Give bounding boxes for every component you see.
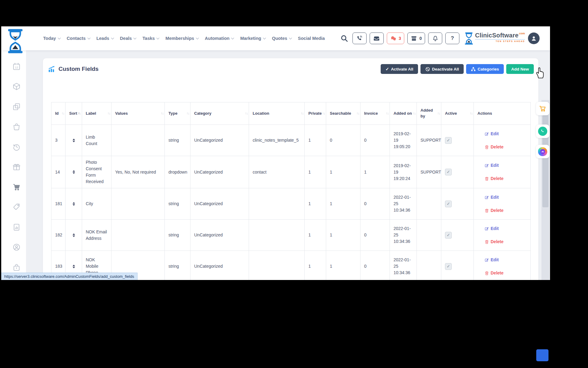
active-checkbox[interactable]: ✓ xyxy=(445,137,452,144)
cell-added_by xyxy=(417,220,441,251)
nav-item-automation[interactable]: Automation xyxy=(205,36,234,41)
table-header-row: Id↑↓Sort↑↓Label↑↓Values↑↓Type↑↓Category↑… xyxy=(51,102,531,125)
delete-link[interactable]: Delete xyxy=(485,270,527,276)
status-url-tooltip: https://server3.clinicsoftware.com/Admin… xyxy=(1,273,138,280)
row-sort-handle[interactable] xyxy=(69,233,78,237)
taskbar-blue-tile[interactable] xyxy=(536,349,548,361)
inbox-button[interactable] xyxy=(370,33,384,44)
column-header-active[interactable]: Active↑↓ xyxy=(441,102,474,125)
cart-orange-icon[interactable] xyxy=(536,102,549,115)
lock-icon[interactable] xyxy=(12,263,21,272)
cell-sort xyxy=(66,188,82,220)
hourglass-logo-icon[interactable] xyxy=(7,29,23,48)
cell-location xyxy=(249,188,305,220)
table-row: 14Photo Consent Form ReceivedYes, No, No… xyxy=(51,156,531,188)
column-header-category[interactable]: Category↑↓ xyxy=(190,102,249,125)
column-header-invoice[interactable]: Invoice↑↓ xyxy=(360,102,390,125)
edit-link[interactable]: Edit xyxy=(485,162,527,169)
column-header-label[interactable]: Label↑↓ xyxy=(82,102,111,125)
nav-item-leads[interactable]: Leads xyxy=(96,36,114,41)
cell-added_by xyxy=(417,251,441,280)
user-avatar[interactable] xyxy=(528,33,540,44)
phone-button[interactable] xyxy=(352,33,367,44)
column-header-location[interactable]: Location↑↓ xyxy=(249,102,305,125)
active-checkbox[interactable]: ✓ xyxy=(445,232,452,239)
nav-item-deals[interactable]: Deals xyxy=(120,36,136,41)
row-sort-handle[interactable] xyxy=(69,265,78,268)
column-header-sort[interactable]: Sort↑↓ xyxy=(66,102,82,125)
nav-item-tasks[interactable]: Tasks xyxy=(142,36,159,41)
column-header-added_on[interactable]: Added on↑↓ xyxy=(390,102,417,125)
edit-link[interactable]: Edit xyxy=(485,225,527,232)
column-header-private[interactable]: Private↑↓ xyxy=(305,102,326,125)
delete-link[interactable]: Delete xyxy=(485,175,527,182)
active-checkbox[interactable]: ✓ xyxy=(445,263,452,270)
search-icon[interactable] xyxy=(340,34,348,42)
row-sort-handle[interactable] xyxy=(69,170,78,174)
nav-item-marketing[interactable]: Marketing xyxy=(240,36,266,41)
edit-link[interactable]: Edit xyxy=(485,131,527,137)
cell-active: ✓ xyxy=(441,251,474,280)
column-header-id[interactable]: Id↑↓ xyxy=(51,102,66,125)
copy-icon[interactable] xyxy=(12,102,21,111)
gift-icon[interactable] xyxy=(12,163,21,171)
cell-added_on: 2022-01-25 10:34:36 xyxy=(390,251,417,280)
cell-active: ✓ xyxy=(441,220,474,251)
nav-item-social-media[interactable]: Social Media xyxy=(298,36,325,41)
row-sort-handle[interactable] xyxy=(69,202,78,206)
delete-link[interactable]: Delete xyxy=(485,239,527,245)
nav-item-memberships[interactable]: Memberships xyxy=(165,36,198,41)
sort-arrows-icon: ↑↓ xyxy=(413,111,416,116)
brand-hourglass-icon xyxy=(465,32,473,44)
delete-link[interactable]: Delete xyxy=(485,144,527,150)
nav-item-quotes[interactable]: Quotes xyxy=(272,36,292,41)
column-header-type[interactable]: Type↑↓ xyxy=(165,102,190,125)
row-sort-handle[interactable] xyxy=(69,139,78,142)
active-checkbox[interactable]: ✓ xyxy=(445,169,452,175)
trash-icon xyxy=(485,145,489,149)
brand-name: ClinicSoftware xyxy=(475,32,518,39)
column-header-added_by[interactable]: Added by↑↓ xyxy=(417,102,441,125)
tags-icon[interactable] xyxy=(12,203,21,211)
nav-item-today[interactable]: Today xyxy=(43,36,60,41)
edit-icon xyxy=(485,227,489,231)
calendar-icon[interactable]: 12 xyxy=(12,62,21,71)
column-header-searchable[interactable]: Searchable↑↓ xyxy=(326,102,360,125)
topbar-tools: 3 0 ? xyxy=(340,32,540,44)
help-button[interactable]: ? xyxy=(445,33,459,44)
edit-link[interactable]: Edit xyxy=(485,257,527,263)
table-row: 3Limb CountstringUnCategorizedclinic_not… xyxy=(51,125,531,156)
support-icon[interactable] xyxy=(12,243,21,251)
trash-icon xyxy=(485,240,489,244)
active-checkbox[interactable]: ✓ xyxy=(445,201,452,207)
ai-icon[interactable]: AI xyxy=(536,145,549,158)
clinicsoftware-brand[interactable]: ClinicSoftware.com TEN STEPS AHEAD xyxy=(465,32,525,44)
chat-button[interactable]: 3 xyxy=(387,33,405,44)
basket-icon[interactable] xyxy=(12,122,21,131)
header-buttons: ✓ Activate All Deactivate All xyxy=(381,64,534,74)
sort-arrows-icon: ↑↓ xyxy=(78,111,81,116)
cell-invoice: 1 xyxy=(360,156,390,188)
activate-all-button[interactable]: ✓ Activate All xyxy=(381,64,418,74)
cell-added_by: SUPPORT xyxy=(417,156,441,188)
whatsapp-icon[interactable] xyxy=(536,125,549,138)
edit-link[interactable]: Edit xyxy=(485,194,527,201)
report-icon[interactable] xyxy=(12,223,21,232)
deactivate-all-button[interactable]: Deactivate All xyxy=(420,64,464,74)
package-icon[interactable] xyxy=(12,82,21,91)
add-new-button[interactable]: Add New xyxy=(506,64,534,74)
store-button[interactable]: 0 xyxy=(407,33,425,44)
cell-searchable: 1 xyxy=(326,251,360,280)
sort-arrows-icon: ↑↓ xyxy=(470,111,473,116)
sort-arrows-icon: ↑↓ xyxy=(107,111,110,116)
cart-icon[interactable] xyxy=(12,183,21,191)
notifications-button[interactable] xyxy=(428,33,442,44)
column-header-values[interactable]: Values↑↓ xyxy=(111,102,165,125)
categories-button[interactable]: Categories xyxy=(466,64,504,74)
history-icon[interactable] xyxy=(12,143,21,151)
table-row: 182NOK Email AddressstringUnCategorized1… xyxy=(51,220,531,251)
cell-actions: EditDelete xyxy=(474,156,531,188)
nav-item-contacts[interactable]: Contacts xyxy=(67,36,90,41)
delete-link[interactable]: Delete xyxy=(485,207,527,214)
main-nav: TodayContactsLeadsDealsTasksMembershipsA… xyxy=(43,26,325,50)
